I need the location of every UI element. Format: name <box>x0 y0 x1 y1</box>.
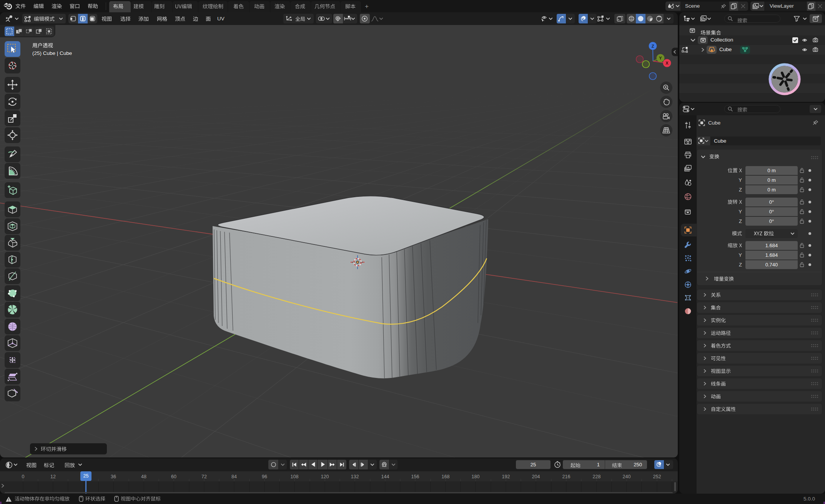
svg-text:X: X <box>665 61 669 65</box>
svg-text:Z: Z <box>652 44 654 48</box>
svg-text:Y: Y <box>659 56 662 60</box>
